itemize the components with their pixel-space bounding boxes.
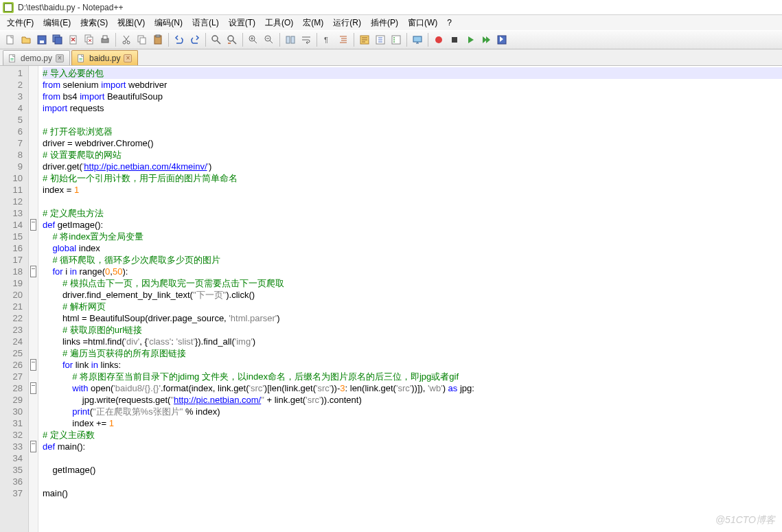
window-title: D:\test\baidu.py - Notepad++ [18, 3, 123, 12]
indent-guide-icon[interactable] [336, 32, 351, 47]
menu-help[interactable]: ? [443, 16, 456, 29]
code-line[interactable]: jpg.write(requests.get("http://pic.netbi… [43, 394, 782, 406]
code-line[interactable]: index += 1 [43, 417, 782, 429]
open-file-icon[interactable] [19, 32, 34, 47]
code-content[interactable]: # 导入必要的包from selenium import webdriverfr… [38, 66, 782, 532]
word-wrap-icon[interactable] [299, 32, 314, 47]
tab-bar: demo.py×baidu.py× [0, 49, 782, 66]
svg-rect-21 [291, 36, 295, 43]
save-macro-icon[interactable] [494, 32, 509, 47]
code-line[interactable]: driver = webdriver.Chrome() [43, 137, 782, 149]
undo-icon[interactable] [172, 32, 187, 47]
folder-tree-icon[interactable] [389, 32, 404, 47]
copy-icon[interactable] [135, 32, 150, 47]
code-line[interactable]: # 解析网页 [43, 301, 782, 312]
menu-item[interactable]: 编码(N) [150, 16, 187, 30]
fold-toggle-icon[interactable] [30, 266, 36, 277]
file-tab[interactable]: demo.py× [3, 50, 70, 65]
save-icon[interactable] [34, 32, 49, 47]
find-icon[interactable] [209, 32, 224, 47]
paste-icon[interactable] [150, 32, 165, 47]
code-line[interactable]: for i in range(0,50): [43, 266, 782, 277]
code-line[interactable]: global index [43, 242, 782, 254]
svg-rect-35 [10, 59, 13, 60]
code-line[interactable]: for link in links: [43, 359, 782, 371]
fold-column[interactable] [29, 66, 38, 532]
stop-macro-icon[interactable] [447, 32, 462, 47]
code-line[interactable]: # 循环爬取，循环多少次爬取多少页的图片 [43, 254, 782, 266]
code-line[interactable]: def main(): [43, 441, 782, 452]
code-line[interactable]: # 将index置为全局变量 [43, 231, 782, 242]
play-macro-icon[interactable] [463, 32, 478, 47]
code-line[interactable]: getImage() [43, 464, 782, 476]
new-file-icon[interactable] [3, 32, 18, 47]
svg-rect-34 [10, 58, 13, 59]
close-file-icon[interactable] [66, 32, 81, 47]
code-line[interactable]: # 定义爬虫方法 [43, 207, 782, 219]
code-line[interactable]: # 初始化一个引用计数，用于后面的图片简单命名 [43, 172, 782, 184]
fold-toggle-icon[interactable] [30, 219, 36, 231]
code-line[interactable]: from bs4 import BeautifulSoup [43, 91, 782, 102]
close-icon[interactable]: × [56, 54, 64, 62]
menu-item[interactable]: 文件(F) [3, 16, 38, 30]
record-macro-icon[interactable] [431, 32, 446, 47]
code-line[interactable]: index = 1 [43, 184, 782, 196]
fold-toggle-icon[interactable] [30, 441, 36, 452]
cut-icon[interactable] [119, 32, 134, 47]
code-line[interactable]: # 将原图存至当前目录下的jdimg 文件夹，以index命名，后缀名为图片原名… [43, 371, 782, 382]
code-line[interactable]: # 获取原图的url链接 [43, 324, 782, 336]
menu-item[interactable]: 编辑(E) [39, 16, 75, 30]
code-line[interactable]: # 导入必要的包 [43, 67, 782, 79]
code-line[interactable]: links =html.find('div', {'class': 'slist… [43, 336, 782, 347]
svg-rect-25 [392, 36, 400, 44]
menu-item[interactable]: 语言(L) [188, 16, 223, 30]
code-line[interactable]: import requests [43, 102, 782, 114]
code-line[interactable]: print("正在爬取第%s张图片" % index) [43, 406, 782, 417]
zoom-in-icon[interactable] [246, 32, 261, 47]
monitor-icon[interactable] [410, 32, 425, 47]
fold-toggle-icon[interactable] [30, 359, 36, 371]
code-line[interactable]: main() [43, 487, 782, 499]
close-icon[interactable]: × [124, 54, 132, 62]
menu-item[interactable]: 窗口(W) [404, 16, 441, 30]
code-line[interactable]: from selenium import webdriver [43, 79, 782, 91]
file-tab[interactable]: baidu.py× [71, 50, 138, 65]
code-line[interactable]: # 定义主函数 [43, 429, 782, 441]
code-line[interactable]: driver.get('http://pic.netbian.com/4kmei… [43, 161, 782, 172]
code-line[interactable] [43, 476, 782, 487]
code-line[interactable]: # 遍历当页获得的所有原图链接 [43, 347, 782, 359]
editor-area[interactable]: 1234567891011121314151617181920212223242… [0, 66, 782, 532]
code-line[interactable]: # 打开谷歌浏览器 [43, 126, 782, 137]
code-line[interactable] [43, 196, 782, 207]
doc-map-icon[interactable] [357, 32, 372, 47]
svg-point-30 [435, 36, 442, 43]
menu-item[interactable]: 设置(T) [225, 16, 260, 30]
replace-icon[interactable] [225, 32, 240, 47]
save-all-icon[interactable] [50, 32, 65, 47]
menu-item[interactable]: 插件(P) [367, 16, 402, 30]
code-line[interactable]: html = BeautifulSoup(driver.page_source,… [43, 312, 782, 324]
show-symbols-icon[interactable]: ¶ [320, 32, 335, 47]
print-icon[interactable] [97, 32, 113, 47]
play-multi-icon[interactable] [479, 32, 494, 47]
sync-scroll-icon[interactable] [283, 32, 298, 47]
code-line[interactable]: def getImage(): [43, 219, 782, 231]
svg-rect-31 [452, 37, 457, 43]
func-list-icon[interactable] [373, 32, 388, 47]
code-line[interactable]: # 模拟点击下一页，因为爬取完一页需要点击下一页爬取 [43, 277, 782, 289]
close-all-icon[interactable] [82, 32, 97, 47]
code-line[interactable] [43, 452, 782, 464]
tab-label: demo.py [21, 54, 52, 63]
code-line[interactable]: with open('baidu8/{}.{}'.format(index, l… [43, 382, 782, 394]
redo-icon[interactable] [187, 32, 203, 47]
menu-item[interactable]: 工具(O) [261, 16, 297, 30]
menu-item[interactable]: 视图(V) [113, 16, 149, 30]
fold-toggle-icon[interactable] [30, 382, 36, 394]
code-line[interactable]: driver.find_element_by_link_text("下一页").… [43, 289, 782, 301]
zoom-out-icon[interactable] [262, 32, 277, 47]
code-line[interactable] [43, 114, 782, 126]
menu-item[interactable]: 搜索(S) [76, 16, 112, 30]
menu-item[interactable]: 宏(M) [299, 16, 327, 30]
menu-item[interactable]: 运行(R) [329, 16, 365, 30]
code-line[interactable]: # 设置要爬取的网站 [43, 149, 782, 161]
